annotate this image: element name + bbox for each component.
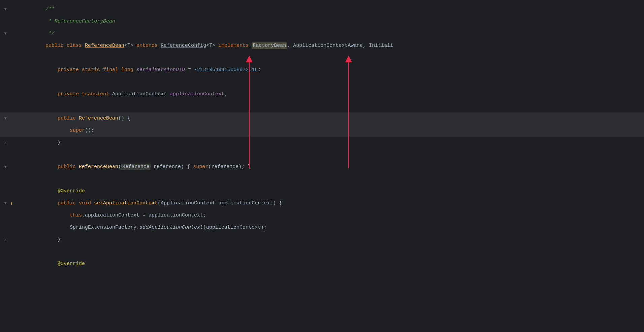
fold-icon-20[interactable]: △ bbox=[3, 237, 8, 242]
fold-icon-15 bbox=[3, 176, 8, 182]
token: * ReferenceFactoryBean bbox=[45, 19, 115, 24]
gutter-warning-17: ⬆ bbox=[8, 200, 15, 207]
code-content: ▼ /** * ReferenceFactoryBean ▼ bbox=[0, 0, 644, 332]
code-line-14: ▼ public ReferenceBean(Reference referen… bbox=[0, 161, 644, 173]
token: ; bbox=[258, 67, 261, 73]
fold-icon-2 bbox=[3, 19, 8, 24]
fold-icon-14[interactable]: ▼ bbox=[3, 164, 8, 170]
code-line-20: △ } bbox=[0, 234, 644, 246]
gutter-status-8 bbox=[8, 91, 15, 98]
token: implements bbox=[218, 43, 252, 48]
gutter-19 bbox=[3, 224, 21, 231]
gutter-status-13 bbox=[8, 152, 15, 158]
gutter-7 bbox=[3, 79, 21, 86]
fold-icon-11 bbox=[3, 128, 8, 133]
token: public bbox=[45, 164, 79, 170]
gutter-2 bbox=[3, 18, 21, 25]
gutter-status-1 bbox=[8, 6, 15, 13]
fold-icon-12[interactable]: △ bbox=[3, 140, 8, 145]
gutter-status-4 bbox=[8, 42, 15, 49]
gutter-9 bbox=[3, 103, 21, 110]
token: super bbox=[193, 164, 208, 170]
gutter-6 bbox=[3, 67, 21, 73]
fold-icon-10[interactable]: ▼ bbox=[3, 116, 8, 121]
token: public bbox=[45, 43, 67, 48]
fold-icon-9 bbox=[3, 104, 8, 109]
token: long bbox=[121, 67, 136, 73]
code-line-10: ▼ public ReferenceBean() { bbox=[0, 112, 644, 125]
token: addApplicationContext bbox=[139, 225, 203, 230]
token: ReferenceConfig bbox=[161, 43, 206, 48]
gutter-4 bbox=[3, 42, 21, 49]
code-line-2: * ReferenceFactoryBean bbox=[0, 15, 644, 28]
token: private bbox=[45, 91, 82, 97]
gutter-status-3 bbox=[8, 30, 15, 37]
gutter-15 bbox=[3, 176, 21, 182]
fold-icon-8 bbox=[3, 92, 8, 97]
code-line-15 bbox=[0, 173, 644, 185]
fold-icon-18 bbox=[3, 213, 8, 218]
gutter-status-12 bbox=[8, 139, 15, 146]
fold-icon-6 bbox=[3, 67, 8, 73]
gutter-21 bbox=[3, 248, 21, 255]
gutter-18 bbox=[3, 212, 21, 219]
gutter-status-9 bbox=[8, 103, 15, 110]
gutter-status-19 bbox=[8, 224, 15, 231]
token: ReferenceBean bbox=[79, 164, 118, 170]
token: serialVersionUID bbox=[136, 67, 185, 73]
code-line-21 bbox=[0, 246, 644, 258]
token: ApplicationContext bbox=[112, 91, 170, 97]
gutter-status-6 bbox=[8, 67, 15, 73]
token: applicationContext bbox=[170, 91, 224, 97]
fold-icon-1[interactable]: ▼ bbox=[3, 7, 8, 12]
token: } bbox=[45, 140, 61, 145]
token: (); bbox=[85, 128, 94, 133]
fold-icon-22 bbox=[3, 261, 8, 267]
token: (applicationContext); bbox=[203, 225, 267, 230]
token: applicationContext) { bbox=[215, 200, 282, 206]
token: <T> bbox=[124, 43, 136, 48]
gutter-3: ▼ bbox=[3, 30, 21, 37]
fold-icon-3[interactable]: ▼ bbox=[3, 31, 8, 36]
token: } bbox=[45, 237, 61, 242]
token: ( bbox=[118, 164, 121, 170]
code-line-4: public class ReferenceBean<T> extends Re… bbox=[0, 40, 644, 52]
gutter-14: ▼ bbox=[3, 164, 21, 170]
token: extends bbox=[136, 43, 161, 48]
gutter-status-16 bbox=[8, 188, 15, 195]
token: , ApplicationContextAware, Initiali bbox=[287, 43, 393, 48]
code-editor: ▼ /** * ReferenceFactoryBean ▼ bbox=[0, 0, 644, 332]
factory-bean-highlight: FactoryBean bbox=[252, 42, 287, 49]
fold-icon-7 bbox=[3, 79, 8, 85]
code-line-6: private static final long serialVersionU… bbox=[0, 64, 644, 76]
line-text-22: @Override bbox=[21, 246, 85, 282]
code-line-8: private transient ApplicationContext app… bbox=[0, 88, 644, 100]
token: reference) { bbox=[151, 164, 193, 170]
gutter-12: △ bbox=[3, 139, 21, 146]
token: = bbox=[185, 67, 194, 73]
token: private bbox=[45, 67, 82, 73]
gutter-status-7 bbox=[8, 79, 15, 86]
gutter-16 bbox=[3, 188, 21, 195]
fold-icon-21 bbox=[3, 249, 8, 255]
fold-icon-5 bbox=[3, 55, 8, 61]
gutter-status-15 bbox=[8, 176, 15, 182]
gutter-status-5 bbox=[8, 55, 15, 61]
token: ReferenceBean bbox=[85, 43, 124, 48]
token: (reference); } bbox=[208, 164, 251, 170]
fold-icon-17[interactable]: ▼ bbox=[3, 201, 8, 206]
code-line-12: △ } bbox=[0, 137, 644, 149]
token: ; bbox=[224, 91, 227, 97]
gutter-status-2 bbox=[8, 18, 15, 25]
token: -2131954941500897261L bbox=[194, 67, 258, 73]
fold-icon-19 bbox=[3, 225, 8, 230]
token: () { bbox=[118, 115, 130, 121]
token: final bbox=[103, 67, 121, 73]
gutter-20: △ bbox=[3, 236, 21, 243]
gutter-status-18 bbox=[8, 212, 15, 219]
token: @Override bbox=[45, 261, 85, 267]
code-line-22: @Override bbox=[0, 258, 644, 270]
gutter-10: ▼ bbox=[3, 115, 21, 122]
gutter-8 bbox=[3, 91, 21, 98]
gutter-status-14 bbox=[8, 164, 15, 170]
